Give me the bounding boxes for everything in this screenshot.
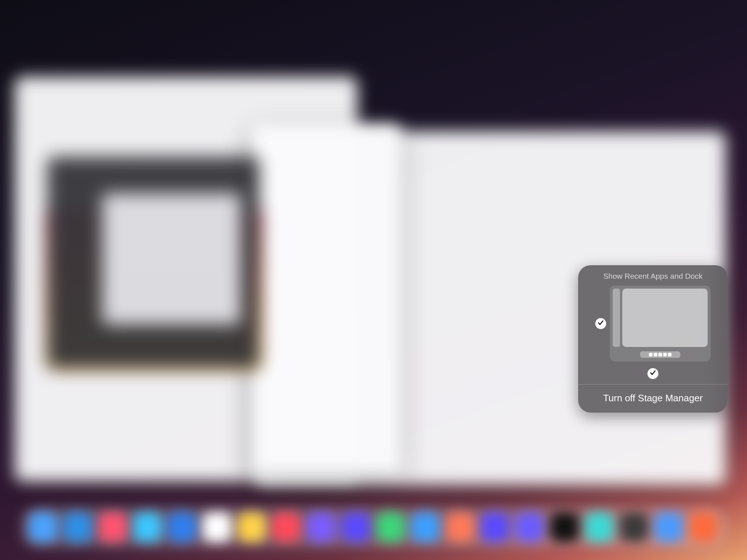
dock-app-icon[interactable] <box>133 513 162 542</box>
show-recent-apps-toggle[interactable] <box>595 318 606 329</box>
dock-app-icon[interactable] <box>550 513 578 542</box>
dock-app-icon[interactable] <box>446 513 475 542</box>
dock-app-icon[interactable] <box>99 513 127 542</box>
checkmark-icon <box>650 370 656 378</box>
preview-dock <box>640 351 680 358</box>
checkmark-icon <box>597 320 604 328</box>
dock-app-icon[interactable] <box>585 513 614 542</box>
dock-app-icon[interactable] <box>620 513 648 542</box>
dock-app-icon[interactable] <box>690 513 718 542</box>
dock-app-icon[interactable] <box>272 513 301 542</box>
dock-app-icon[interactable] <box>307 513 335 542</box>
dock[interactable] <box>29 513 718 542</box>
background-window <box>252 124 401 474</box>
dock-app-icon[interactable] <box>64 513 92 542</box>
layout-preview-row <box>578 281 728 366</box>
preview-recent-apps-strip <box>613 289 620 347</box>
layout-preview[interactable] <box>610 286 711 362</box>
dock-app-icon[interactable] <box>342 513 370 542</box>
stage-manager-popover: Show Recent Apps and Dock <box>578 265 728 413</box>
dock-app-icon[interactable] <box>655 513 683 542</box>
dock-app-icon[interactable] <box>29 513 57 542</box>
dock-app-icon[interactable] <box>203 513 231 542</box>
desktop: Show Recent Apps and Dock <box>0 0 747 560</box>
dock-app-icon[interactable] <box>516 513 544 542</box>
dock-app-icon[interactable] <box>481 513 509 542</box>
turn-off-stage-manager-button[interactable]: Turn off Stage Manager <box>578 385 728 413</box>
popover-title: Show Recent Apps and Dock <box>578 265 728 281</box>
preview-active-window <box>622 289 708 347</box>
dock-app-icon[interactable] <box>411 513 440 542</box>
dock-app-icon[interactable] <box>377 513 405 542</box>
dock-app-icon[interactable] <box>168 513 196 542</box>
background-blur <box>102 193 241 325</box>
show-dock-toggle[interactable] <box>647 368 658 379</box>
dock-app-icon[interactable] <box>238 513 266 542</box>
